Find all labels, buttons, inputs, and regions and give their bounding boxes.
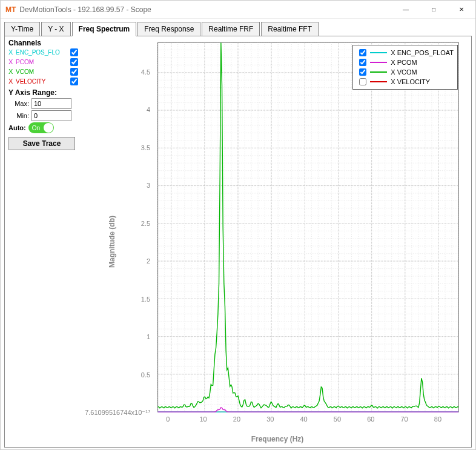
channel-checkbox-velocity[interactable] [70, 78, 78, 85]
min-input[interactable] [31, 110, 71, 121]
channel-name: ENC_POS_FLO [16, 49, 68, 56]
channel-name: PCOM [16, 59, 68, 65]
y-tick: 1.5 [84, 296, 150, 303]
tab-realtime-frf[interactable]: Realtime FRF [202, 22, 260, 36]
x-tick: 80 [434, 415, 441, 423]
legend-row: X ENC_POS_FLOAT [357, 48, 454, 58]
legend-checkbox[interactable] [359, 68, 366, 76]
tab-y-time[interactable]: Y-Time [4, 22, 40, 36]
channel-axis: X [8, 78, 16, 85]
y-tick: 1 [84, 333, 150, 340]
y-tick: 3 [84, 182, 150, 189]
tab-y-x[interactable]: Y - X [41, 22, 70, 36]
x-tick: 50 [334, 415, 341, 423]
channel-row-vcom: XVCOM [8, 67, 80, 76]
channel-row-enc_pos_float: XENC_POS_FLO [8, 47, 80, 57]
channels-list: XENC_POS_FLOXPCOMXVCOMXVELOCITY [8, 47, 80, 86]
channel-axis: X [8, 58, 16, 65]
close-button[interactable]: ✕ [448, 1, 475, 19]
window-controls: — □ ✕ [392, 1, 475, 19]
min-label: Min: [8, 112, 29, 119]
auto-label: Auto: [8, 124, 26, 131]
max-input[interactable] [31, 98, 71, 109]
x-tick: 70 [400, 415, 408, 423]
legend-label: X ENC_POS_FLOAT [391, 49, 454, 56]
legend-row: X VELOCITY [357, 77, 454, 87]
y-tick: 3.5 [84, 144, 150, 151]
window-title: DevMotionTools - 192.168.99.57 - Scope [19, 5, 151, 14]
channel-checkbox-pcom[interactable] [70, 58, 78, 66]
tab-freq-response[interactable]: Freq Response [137, 22, 200, 36]
legend-label: X VELOCITY [391, 78, 430, 85]
legend-checkbox[interactable] [359, 78, 366, 85]
chart-area: Magnitude (db) Frequency (Hz) 7.61099516… [84, 36, 471, 447]
channel-row-pcom: XPCOM [8, 57, 80, 67]
legend-swatch [370, 71, 387, 73]
maximize-button[interactable]: □ [420, 1, 448, 19]
chart-plot[interactable] [84, 36, 471, 447]
channel-name: VCOM [16, 68, 68, 75]
tab-realtime-fft[interactable]: Realtime FFT [261, 22, 319, 36]
svg-rect-0 [158, 42, 459, 412]
legend-label: X VCOM [391, 68, 417, 76]
content: Channels XENC_POS_FLOXPCOMXVCOMXVELOCITY… [4, 36, 472, 448]
y-tick: 7.61099516744x10⁻¹⁷ [84, 409, 150, 417]
x-axis-label: Frequency (Hz) [251, 435, 304, 443]
x-tick: 0 [166, 415, 170, 423]
y-tick: 4 [84, 106, 150, 113]
channel-axis: X [8, 68, 16, 75]
channel-name: VELOCITY [16, 78, 68, 85]
legend: X ENC_POS_FLOATX PCOMX VCOMX VELOCITY [352, 45, 458, 90]
y-range-title: Y Axis Range: [8, 88, 80, 97]
auto-toggle[interactable]: On [28, 122, 54, 133]
legend-row: X PCOM [357, 58, 454, 67]
tab-bar: Y-TimeY - XFreq SpectrumFreq ResponseRea… [4, 21, 472, 36]
legend-swatch [370, 62, 387, 63]
legend-checkbox[interactable] [359, 59, 366, 66]
legend-swatch [370, 81, 387, 82]
x-tick: 30 [266, 415, 274, 423]
y-tick: 2.5 [84, 220, 150, 227]
legend-checkbox[interactable] [359, 49, 366, 56]
legend-swatch [370, 52, 387, 53]
y-tick: 0.5 [84, 371, 150, 379]
save-trace-button[interactable]: Save Trace [8, 137, 75, 150]
channel-axis: X [8, 48, 16, 56]
channels-title: Channels [8, 39, 80, 47]
y-tick: 2 [84, 257, 150, 265]
x-tick: 60 [367, 415, 374, 423]
x-tick: 40 [300, 415, 307, 423]
legend-label: X PCOM [391, 59, 417, 66]
legend-row: X VCOM [357, 67, 454, 77]
x-tick: 20 [233, 415, 240, 423]
tab-freq-spectrum[interactable]: Freq Spectrum [72, 22, 137, 36]
minimize-button[interactable]: — [392, 1, 420, 19]
y-tick: 4.5 [84, 68, 150, 76]
sidebar: Channels XENC_POS_FLOXPCOMXVCOMXVELOCITY… [5, 36, 84, 447]
max-label: Max: [8, 100, 29, 107]
auto-toggle-text: On [32, 125, 40, 131]
channel-row-velocity: XVELOCITY [8, 76, 80, 86]
toggle-knob [44, 123, 53, 133]
app-logo: MT [5, 5, 16, 14]
channel-checkbox-vcom[interactable] [70, 68, 78, 76]
title-bar: MT DevMotionTools - 192.168.99.57 - Scop… [1, 1, 475, 19]
x-tick: 10 [199, 415, 207, 423]
channel-checkbox-enc_pos_float[interactable] [70, 48, 78, 56]
